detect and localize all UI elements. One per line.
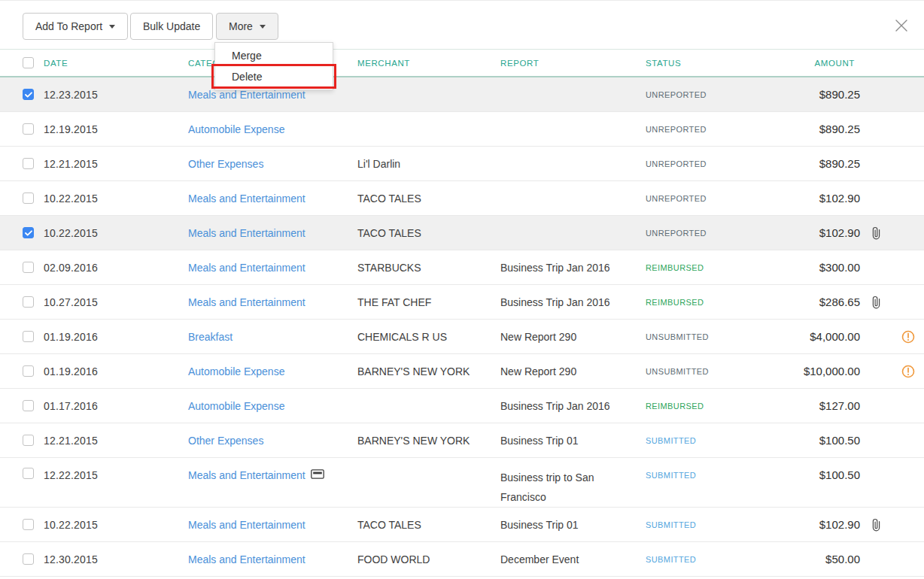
merchant-name: THE FAT CHEF [357, 295, 500, 310]
expense-date: 01.19.2016 [44, 329, 188, 344]
table-row[interactable]: 01.19.2016 Breakfast CHEMICALS R US New … [0, 320, 924, 354]
status-badge: REIMBURSED [646, 260, 752, 275]
category-link[interactable]: Meals and Entertainment [188, 226, 305, 241]
row-checkbox[interactable] [23, 468, 34, 479]
attachment-icon[interactable] [871, 296, 881, 309]
table-row[interactable]: 12.30.2015 Meals and Entertainment FOOD … [0, 542, 924, 577]
row-checkbox[interactable] [23, 519, 34, 530]
column-header-status[interactable]: STATUS [646, 59, 752, 68]
attachment-icon[interactable] [871, 518, 881, 532]
category-link[interactable]: Meals and Entertainment [188, 517, 305, 532]
bulk-update-button[interactable]: Bulk Update [130, 13, 213, 40]
merchant-name: TACO TALES [357, 226, 500, 241]
amount: $890.25 [752, 156, 860, 171]
row-checkbox[interactable] [23, 192, 34, 204]
row-checkbox[interactable] [23, 123, 34, 135]
status-badge: SUBMITTED [646, 433, 752, 448]
card-icon [311, 468, 324, 479]
row-checkbox[interactable] [23, 331, 34, 342]
column-header-amount[interactable]: AMOUNT [752, 59, 860, 68]
amount: $890.25 [752, 122, 860, 137]
category-link[interactable]: Meals and Entertainment [188, 260, 305, 275]
category-link[interactable]: Other Expenses [188, 433, 263, 448]
menu-item-merge[interactable]: Merge [215, 45, 333, 66]
table-row[interactable]: 01.17.2016 Automobile Expense Business T… [0, 389, 924, 423]
bulk-update-label: Bulk Update [143, 20, 200, 32]
table-row[interactable]: 12.19.2015 Automobile Expense UNREPORTED… [0, 112, 924, 147]
row-checkbox[interactable] [23, 400, 34, 411]
row-checkbox[interactable] [23, 553, 34, 565]
report-name: Business Trip Jan 2016 [500, 258, 610, 277]
amount: $102.90 [752, 191, 860, 206]
table-header-row: DATE CATEGORY MERCHANT REPORT STATUS AMO… [0, 50, 924, 77]
report-name: New Report 290 [500, 327, 576, 347]
column-header-date[interactable]: DATE [44, 59, 188, 68]
more-button[interactable]: More [216, 13, 278, 40]
table-row[interactable]: 10.27.2015 Meals and Entertainment THE F… [0, 285, 924, 320]
expense-date: 01.17.2016 [44, 399, 188, 414]
table-row[interactable]: 01.19.2016 Automobile Expense BARNEY'S N… [0, 354, 924, 389]
row-checkbox[interactable] [23, 227, 34, 238]
table-row[interactable]: 12.22.2015 Meals and Entertainment Busin… [0, 458, 924, 508]
table-row[interactable]: 02.09.2016 Meals and Entertainment STARB… [0, 250, 924, 285]
row-checkbox[interactable] [23, 262, 34, 273]
amount: $100.50 [752, 458, 860, 483]
attachment-icon[interactable] [871, 226, 881, 240]
amount: $100.50 [752, 433, 860, 448]
close-icon[interactable] [894, 18, 909, 33]
merchant-name: BARNEY'S NEW YORK [357, 433, 500, 448]
status-badge: UNREPORTED [646, 87, 752, 102]
column-header-merchant[interactable]: MERCHANT [357, 59, 500, 68]
column-header-report[interactable]: REPORT [500, 59, 646, 68]
table-row[interactable]: 10.22.2015 Meals and Entertainment TACO … [0, 181, 924, 216]
merchant-name [357, 458, 500, 468]
status-badge: UNSUBMITTED [646, 329, 752, 344]
category-link[interactable]: Breakfast [188, 329, 233, 344]
select-all-checkbox[interactable] [23, 57, 34, 68]
row-checkbox[interactable] [23, 435, 34, 446]
row-checkbox[interactable] [23, 296, 34, 308]
expense-date: 12.22.2015 [44, 458, 188, 483]
more-dropdown-menu: Merge Delete [214, 42, 333, 90]
amount: $50.00 [752, 552, 860, 567]
report-name: Business Trip 01 [500, 515, 579, 535]
table-row[interactable]: 10.22.2015 Meals and Entertainment TACO … [0, 508, 924, 542]
category-link[interactable]: Meals and Entertainment [188, 191, 305, 206]
report-name: Business trip to San Francisco [500, 468, 630, 507]
category-link[interactable]: Other Expenses [188, 156, 263, 171]
amount: $127.00 [752, 399, 860, 414]
add-to-report-button[interactable]: Add To Report [23, 13, 128, 40]
warning-icon [901, 365, 915, 378]
category-link[interactable]: Automobile Expense [188, 364, 284, 379]
category-link[interactable]: Meals and Entertainment [188, 552, 305, 567]
row-checkbox[interactable] [23, 89, 34, 100]
status-badge: UNREPORTED [646, 156, 752, 171]
status-badge: REIMBURSED [646, 399, 752, 414]
status-badge: SUBMITTED [646, 458, 752, 483]
table-row[interactable]: 12.23.2015 Meals and Entertainment UNREP… [0, 77, 924, 112]
expense-date: 12.21.2015 [44, 433, 188, 448]
table-row[interactable]: 12.21.2015 Other Expenses BARNEY'S NEW Y… [0, 423, 924, 458]
category-link[interactable]: Automobile Expense [188, 122, 284, 137]
status-badge: UNREPORTED [646, 191, 752, 206]
row-checkbox[interactable] [23, 158, 34, 169]
expense-date: 02.09.2016 [44, 260, 188, 275]
category-link[interactable]: Meals and Entertainment [188, 295, 305, 310]
amount: $286.65 [752, 295, 860, 310]
category-link[interactable]: Meals and Entertainment [188, 468, 305, 483]
more-label: More [229, 20, 253, 32]
row-checkbox[interactable] [23, 365, 34, 377]
expense-date: 12.30.2015 [44, 552, 188, 567]
table-row[interactable]: 10.22.2015 Meals and Entertainment TACO … [0, 216, 924, 250]
merchant-name: CHEMICALS R US [357, 329, 500, 344]
table-row[interactable]: 12.21.2015 Other Expenses Li'l Darlin UN… [0, 147, 924, 181]
category-link[interactable]: Automobile Expense [188, 399, 284, 414]
expense-date: 12.23.2015 [44, 87, 188, 102]
menu-item-delete[interactable]: Delete [215, 66, 333, 87]
status-badge: SUBMITTED [646, 517, 752, 532]
report-name: Business Trip 01 [500, 431, 579, 450]
toolbar: Add To Report Bulk Update More [0, 1, 924, 50]
merchant-name: TACO TALES [357, 191, 500, 206]
expense-date: 10.22.2015 [44, 191, 188, 206]
caret-down-icon [109, 25, 115, 29]
